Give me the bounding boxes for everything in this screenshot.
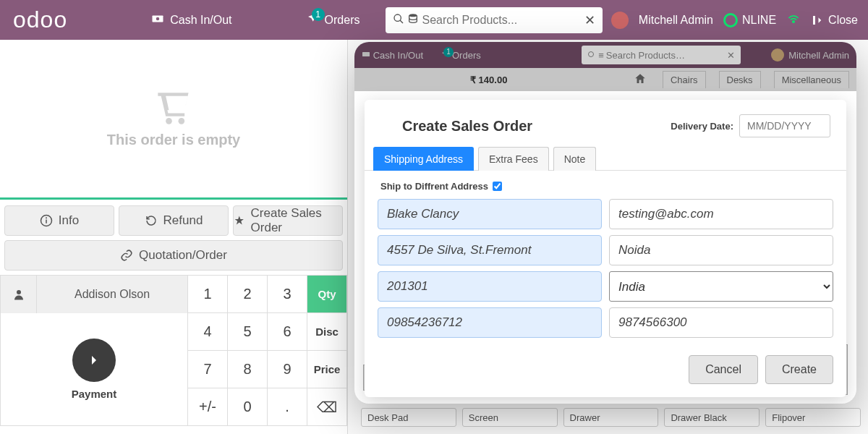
modal-title: Create Sales Order [402, 118, 532, 135]
quotation-order-button[interactable]: Quotation/Order [4, 240, 343, 271]
numpad-plusminus[interactable]: +/- [188, 388, 228, 426]
orders-button[interactable]: 1 Orders [294, 7, 372, 34]
product-card[interactable]: Drawer Black [664, 408, 760, 427]
search-input[interactable] [422, 14, 584, 27]
customer-button[interactable] [1, 276, 37, 313]
quote-label: Quotation/Order [139, 248, 227, 263]
home-icon [634, 72, 647, 88]
svg-point-13 [589, 52, 594, 57]
numpad-0[interactable]: 0 [228, 388, 268, 426]
delivery-date-input[interactable] [739, 114, 830, 137]
svg-point-4 [409, 14, 417, 17]
star-icon [234, 214, 245, 227]
bg-cash: Cash In/Out [362, 50, 423, 61]
svg-rect-9 [46, 220, 47, 224]
ship-diff-checkbox[interactable] [493, 182, 502, 191]
cancel-button[interactable]: Cancel [689, 355, 758, 384]
numpad-7[interactable]: 7 [188, 351, 228, 388]
search-clear-icon[interactable]: ✕ [584, 12, 595, 28]
country-select[interactable]: India [609, 271, 833, 302]
cart-icon [155, 90, 192, 127]
cash-icon [151, 12, 164, 28]
avatar[interactable] [611, 12, 629, 29]
close-label: Close [828, 14, 858, 27]
cash-in-out-button[interactable]: Cash In/Out [140, 7, 243, 34]
orders-icon-wrap: 1 [306, 12, 319, 28]
bg-cat: Chairs [663, 71, 706, 88]
orders-label: Orders [325, 14, 360, 27]
link-icon [120, 249, 133, 262]
product-card[interactable]: Screen [462, 408, 558, 427]
svg-rect-12 [362, 52, 370, 56]
name-input[interactable] [378, 199, 602, 229]
svg-point-1 [156, 17, 160, 20]
product-card[interactable]: Flipover [765, 408, 861, 427]
phone2-input[interactable] [609, 307, 833, 338]
chevron-right-icon [85, 352, 103, 369]
phone1-input[interactable] [378, 307, 602, 338]
tab-extra-fees[interactable]: Extra Fees [478, 147, 549, 171]
delivery-date-label: Delivery Date: [671, 121, 733, 132]
numpad-qty[interactable]: Qty [307, 276, 347, 313]
numpad-price[interactable]: Price [307, 351, 347, 388]
bg-user: Mitchell Admin [771, 48, 849, 61]
numpad-disc[interactable]: Disc [307, 313, 347, 351]
logo: odoo [13, 7, 67, 33]
svg-point-7 [179, 118, 185, 124]
bg-cat: Desks [719, 71, 761, 88]
svg-point-5 [793, 21, 795, 23]
product-card[interactable]: Desk Pad [361, 408, 456, 427]
svg-point-11 [17, 290, 21, 294]
wifi-icon [786, 11, 801, 29]
numpad-8[interactable]: 8 [228, 351, 268, 388]
numpad-9[interactable]: 9 [268, 351, 307, 388]
numpad-2[interactable]: 2 [228, 276, 268, 313]
address-input[interactable] [378, 235, 602, 265]
numpad-dot[interactable]: . [268, 388, 307, 426]
online-label: NLINE [742, 14, 776, 27]
empty-cart: This order is empty [0, 40, 347, 197]
numpad-5[interactable]: 5 [228, 313, 268, 351]
create-sales-order-button[interactable]: Create Sales Order [233, 205, 343, 236]
refund-button[interactable]: Refund [119, 205, 229, 236]
zip-input[interactable] [378, 271, 602, 302]
info-label: Info [59, 213, 79, 228]
customer-name[interactable]: Addison Olson [37, 276, 187, 313]
numpad-6[interactable]: 6 [268, 313, 307, 351]
create-button[interactable]: Create [765, 355, 833, 384]
refund-icon [145, 214, 158, 227]
create-so-label: Create Sales Order [251, 206, 342, 235]
tab-note[interactable]: Note [553, 147, 597, 171]
create-sales-order-modal: Create Sales Order Delivery Date: Shippi… [365, 100, 846, 397]
svg-line-3 [400, 20, 403, 23]
topbar: odoo Cash In/Out 1 Orders ✕ Mitchell Adm… [0, 0, 868, 40]
tab-shipping-address[interactable]: Shipping Address [373, 147, 474, 171]
email-input[interactable] [609, 199, 833, 229]
numpad-3[interactable]: 3 [268, 276, 307, 313]
info-button[interactable]: Info [4, 205, 114, 236]
bg-cat: Miscellaneous [774, 71, 849, 88]
ship-different-address-checkbox[interactable]: Ship to Diffrent Address [378, 176, 833, 199]
close-button[interactable]: Close [811, 14, 858, 27]
ship-diff-label: Ship to Diffrent Address [380, 181, 488, 192]
search-box[interactable]: ✕ [386, 7, 603, 33]
numpad-4[interactable]: 4 [188, 313, 228, 351]
bg-search: ≡ Search Products… ✕ [582, 46, 741, 64]
cash-label: Cash In/Out [170, 14, 231, 27]
svg-point-6 [166, 118, 172, 124]
svg-point-2 [394, 14, 401, 21]
empty-cart-text: This order is empty [107, 132, 241, 148]
user-name[interactable]: Mitchell Admin [639, 14, 713, 27]
numpad-1[interactable]: 1 [188, 276, 228, 313]
orders-badge: 1 [312, 8, 325, 21]
numpad-backspace[interactable]: ⌫ [307, 388, 347, 426]
bg-total: ₹ 140.00 [470, 75, 507, 85]
payment-button[interactable] [72, 339, 116, 382]
product-card[interactable]: Drawer [563, 408, 659, 427]
refund-label: Refund [163, 213, 203, 228]
bg-orders: 1 Orders [441, 50, 481, 61]
info-icon [40, 214, 53, 227]
city-input[interactable] [609, 235, 833, 265]
popup: Cash In/Out 1 Orders ≡ Search Products… … [354, 42, 856, 404]
svg-point-10 [46, 217, 47, 218]
